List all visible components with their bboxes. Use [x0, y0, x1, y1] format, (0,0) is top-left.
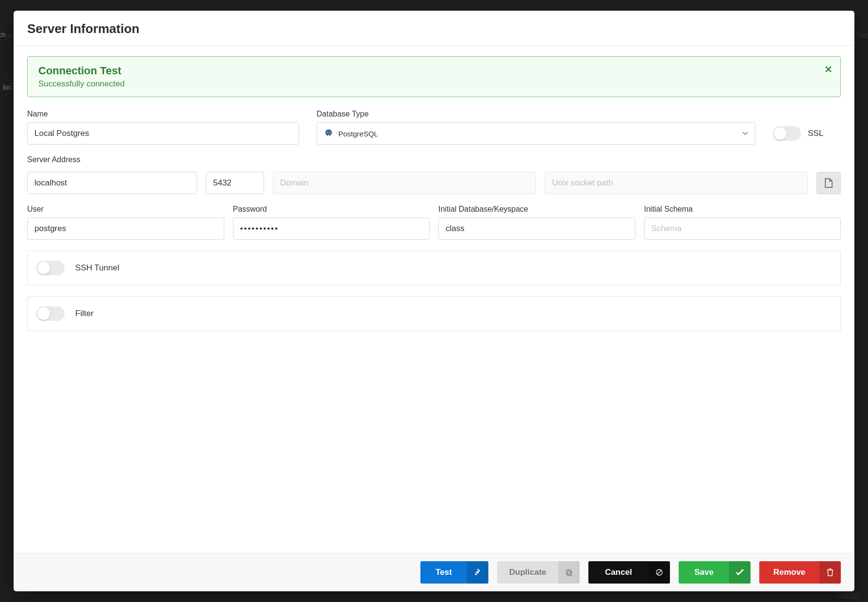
test-button-label: Test	[420, 568, 467, 577]
trash-icon	[819, 561, 841, 584]
remove-button[interactable]: Remove	[759, 561, 841, 584]
svg-rect-3	[568, 571, 571, 575]
bg-right-github: Github	[836, 591, 859, 600]
socket-file-browse-button[interactable]	[817, 172, 841, 194]
modal-footer: Test Duplicate Cancel Save Remove	[14, 553, 854, 591]
test-button[interactable]: Test	[420, 561, 488, 584]
ssh-tunnel-panel: SSH Tunnel	[27, 251, 841, 285]
toggle-knob	[37, 262, 50, 274]
filter-label: Filter	[75, 309, 94, 318]
initial-db-input[interactable]	[438, 217, 635, 240]
close-icon: ✕	[824, 64, 833, 75]
user-label: User	[27, 205, 224, 214]
server-address-label: Server Address	[27, 155, 841, 164]
modal-header: Server Information	[14, 11, 854, 46]
ssh-tunnel-toggle[interactable]	[36, 261, 65, 275]
name-input[interactable]	[27, 122, 299, 145]
save-button-label: Save	[679, 568, 729, 577]
svg-point-1	[330, 132, 331, 133]
credentials-row: User Password Initial Database/Keyspace …	[27, 205, 841, 240]
connection-test-alert: Connection Test Successfully connected ✕	[27, 56, 841, 97]
toggle-knob	[774, 127, 786, 140]
filter-toggle[interactable]	[36, 306, 65, 321]
unix-socket-input[interactable]	[545, 172, 808, 194]
svg-rect-2	[567, 570, 570, 574]
duplicate-button[interactable]: Duplicate	[497, 561, 580, 584]
check-icon	[729, 561, 751, 584]
initial-schema-label: Initial Schema	[644, 205, 841, 214]
ban-icon	[649, 561, 670, 584]
row-name-db-ssl: Name Database Type PostgreSQL	[27, 110, 841, 145]
toggle-knob	[37, 307, 50, 320]
cancel-button-label: Cancel	[588, 568, 649, 577]
password-input[interactable]	[233, 217, 430, 240]
name-label: Name	[27, 110, 299, 118]
ssl-toggle[interactable]	[773, 126, 801, 141]
server-info-modal: Server Information Connection Test Succe…	[14, 11, 854, 591]
modal-body: Connection Test Successfully connected ✕…	[14, 46, 854, 553]
cancel-button[interactable]: Cancel	[588, 561, 670, 584]
database-type-value: PostgreSQL	[338, 130, 378, 138]
svg-point-0	[327, 132, 328, 133]
initial-schema-input[interactable]	[644, 217, 841, 240]
host-input[interactable]	[27, 172, 197, 194]
database-type-select[interactable]: PostgreSQL	[317, 122, 755, 145]
alert-title: Connection Test	[38, 65, 830, 77]
svg-line-5	[657, 570, 661, 574]
bg-search-hint: ch…	[0, 31, 12, 38]
domain-input[interactable]	[273, 172, 536, 194]
server-address-row	[27, 172, 841, 194]
chevron-down-icon	[742, 132, 748, 135]
copy-icon	[558, 561, 580, 584]
save-button[interactable]: Save	[679, 561, 751, 584]
bg-left-sub: loc	[3, 84, 12, 91]
database-type-label: Database Type	[317, 110, 755, 118]
postgresql-icon	[324, 129, 334, 138]
duplicate-button-label: Duplicate	[497, 568, 558, 577]
user-input[interactable]	[27, 217, 224, 240]
file-icon	[824, 178, 833, 188]
ssl-label: SSL	[808, 129, 823, 138]
bg-right-settings: Sett	[856, 31, 868, 40]
remove-button-label: Remove	[759, 568, 819, 577]
ssh-tunnel-label: SSH Tunnel	[75, 263, 119, 273]
alert-message: Successfully connected	[38, 79, 830, 89]
port-input[interactable]	[206, 172, 264, 194]
password-label: Password	[233, 205, 430, 214]
plug-icon	[467, 561, 488, 584]
modal-title: Server Information	[27, 21, 841, 36]
alert-close-button[interactable]: ✕	[824, 64, 833, 75]
filter-panel: Filter	[27, 296, 841, 331]
initial-db-label: Initial Database/Keyspace	[438, 205, 635, 214]
